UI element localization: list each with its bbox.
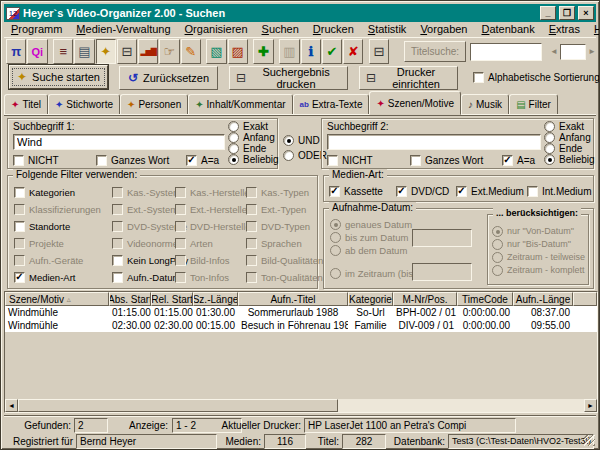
toolbar-medien-button[interactable]: ≡	[53, 39, 73, 64]
suchbegriff2-input[interactable]	[327, 134, 541, 150]
filter-bild-qualitaeten-checkbox[interactable]: Bild-Qualitäten	[246, 254, 323, 266]
menu-item-statistik[interactable]: Statistik	[362, 23, 413, 37]
menu-item-extras[interactable]: Extras	[543, 23, 586, 37]
nur-von-datum-radio[interactable]: nur "Von-Datum"	[492, 225, 574, 237]
toolbar-titel-loeschen-button[interactable]: ✘	[343, 39, 363, 64]
im-zeitraum-radio[interactable]: im Zeitraum (bis:)	[330, 267, 419, 279]
tab-musik[interactable]: ♪Musik	[461, 94, 509, 115]
toolbar-titel-hinzufuegen-button[interactable]: ✚	[253, 39, 273, 64]
column-header-rel-start[interactable]: Rel. Start	[151, 292, 193, 306]
column-header-sz-laenge[interactable]: Sz.-Länge	[193, 292, 238, 306]
filter-medien-art-checkbox[interactable]: Medien-Art	[14, 271, 75, 283]
menu-item-medien-verwaltung[interactable]: Medien-Verwaltung	[70, 23, 176, 37]
horizontal-scrollbar[interactable]: ◄ ►	[5, 399, 597, 412]
filter-arten-checkbox[interactable]: Arten	[175, 237, 213, 249]
tab-extra-texte[interactable]: abExtra-Texte	[293, 94, 370, 115]
toolbar-liste-drucken-button[interactable]: ⊟	[369, 39, 389, 64]
filter-kategorien-checkbox[interactable]: Kategorien	[14, 186, 75, 198]
suchbegriff2-gross-klein-checkbox[interactable]: A=a	[502, 154, 535, 166]
menu-item-drucken[interactable]: Drucken	[307, 23, 360, 37]
filter-ton-qualitaeten-checkbox[interactable]: Ton-Qualitäten	[246, 271, 323, 283]
menu-item-programm[interactable]: Programm	[5, 23, 68, 37]
column-header-szene-motiv[interactable]: Szene/Motiv ▵	[5, 292, 109, 306]
toolbar-quickinfo-button[interactable]: Qi	[27, 39, 47, 64]
filter-aufn-datum-checkbox[interactable]: Aufn.-Datum	[112, 271, 180, 283]
menu-item-organisieren[interactable]: Organisieren	[179, 23, 254, 37]
suchergebnis-drucken-button[interactable]: ⊟ Suchergebnis drucken	[229, 66, 348, 90]
scroll-left-icon[interactable]: ◄	[5, 399, 18, 412]
suchbegriff2-beliebig-radio[interactable]: Beliebig	[544, 153, 595, 165]
pager-value-box[interactable]	[560, 44, 586, 60]
menu-item-hilfe[interactable]: Hilfe	[588, 23, 600, 37]
filter-ext-systeme-checkbox[interactable]: Ext.-Systeme	[112, 203, 184, 215]
column-header-kategorie[interactable]: Kategorie	[348, 292, 393, 306]
titelsuche-button[interactable]: Titelsuche:	[404, 41, 466, 62]
toolbar-drucken-button[interactable]: ⊟	[117, 39, 137, 64]
datum-input[interactable]	[412, 229, 472, 247]
zeitraum-teilweise-radio[interactable]: Zeitraum - teilweise	[492, 251, 585, 263]
title-bar[interactable]: 12 Heyer`s Video-Organizer 2.00 - Suchen…	[4, 4, 596, 22]
pager-prev-icon[interactable]: ◄	[550, 47, 558, 56]
filter-kas-typen-checkbox[interactable]: Kas.-Typen	[246, 186, 309, 198]
toolbar-suchen-button[interactable]: ✦	[96, 39, 116, 64]
ab-dem-datum-radio[interactable]: ab dem Datum	[330, 244, 407, 256]
filter-dvd-typen-checkbox[interactable]: DVD-Typen	[246, 220, 310, 232]
column-header-timecode[interactable]: TimeCode	[457, 292, 513, 306]
tab-szenen-motive[interactable]: ✦Szenen/Motive	[369, 91, 461, 115]
medien-art-kassette-checkbox[interactable]: Kassette	[329, 185, 383, 197]
tab-stichworte[interactable]: ✦Stichworte	[48, 94, 120, 115]
toolbar-statistik-button[interactable]: ▂▅▇	[138, 39, 158, 64]
scroll-right-icon[interactable]: ►	[584, 399, 597, 412]
tab-filter[interactable]: ▤Filter	[509, 94, 558, 115]
column-header-abs-start[interactable]: Abs. Start	[109, 292, 151, 306]
tab-titel[interactable]: ✦Titel	[4, 94, 48, 115]
column-header-m-nr-pos[interactable]: M-Nr/Pos.	[393, 292, 457, 306]
titelsuche-input[interactable]	[470, 43, 542, 61]
filter-ton-infos-checkbox[interactable]: Ton-Infos	[175, 271, 229, 283]
menu-item-suchen[interactable]: Suchen	[256, 23, 305, 37]
toolbar-suche-leeren-button[interactable]: ▧	[206, 39, 226, 64]
toolbar-notizen-button[interactable]: ✎	[181, 39, 201, 64]
filter-aufn-geraete-checkbox[interactable]: Aufn.-Geräte	[14, 254, 83, 266]
suchbegriff2-ganzes-wort-checkbox[interactable]: Ganzes Wort	[410, 154, 483, 166]
toolbar-titel-info-button[interactable]: ℹ	[301, 39, 321, 64]
suchbegriff1-beliebig-radio[interactable]: Beliebig	[228, 153, 279, 165]
column-header-aufn-laenge[interactable]: Aufn.-Länge	[513, 292, 573, 306]
pager-next-icon[interactable]: ►	[588, 47, 596, 56]
bis-zum-datum-radio[interactable]: bis zum Datum	[330, 231, 408, 243]
suche-starten-button[interactable]: ✦ Suche starten	[9, 65, 108, 89]
filter-kas-hersteller-checkbox[interactable]: Kas.-Hersteller	[175, 186, 253, 198]
drucker-einrichten-button[interactable]: ⊟ Drucker einrichten	[359, 66, 458, 90]
resize-grip[interactable]	[584, 435, 595, 446]
medien-art-dvd-cd-checkbox[interactable]: DVD/CD	[396, 185, 449, 197]
tab-inhalt-kommentar[interactable]: ✦Inhalt/Kommentar	[188, 94, 292, 115]
operator-und-radio[interactable]: UND	[283, 134, 320, 146]
suchbegriff1-ganzes-wort-checkbox[interactable]: Ganzes Wort	[96, 154, 169, 166]
filter-dvd-hersteller-checkbox[interactable]: DVD-Hersteller	[175, 220, 254, 232]
close-button[interactable]: ×	[578, 6, 594, 20]
medien-art-ext-medium-checkbox[interactable]: Ext.Medium	[456, 185, 524, 197]
filter-projekte-checkbox[interactable]: Projekte	[14, 237, 64, 249]
toolbar-titel-bestaetigen-button[interactable]: ✔	[322, 39, 342, 64]
nur-bis-datum-radio[interactable]: nur "Bis-Datum"	[492, 238, 571, 250]
result-row[interactable]: Windmühle 01:15.00 01:15.00 01:30.00 Som…	[5, 306, 597, 319]
toolbar-archiv-button[interactable]: ▥	[279, 39, 299, 64]
minimize-button[interactable]: _	[540, 6, 556, 20]
menu-item-datenbank[interactable]: Datenbank	[475, 23, 540, 37]
filter-standorte-checkbox[interactable]: Standorte	[14, 220, 70, 232]
alphabetische-sortierung-checkbox[interactable]: Alphabetische Sortierung	[473, 71, 600, 83]
genaues-datum-radio[interactable]: genaues Datum	[330, 218, 412, 230]
scrollbar-thumb[interactable]	[18, 399, 338, 412]
zeitraum-bis-input[interactable]	[412, 263, 472, 281]
menu-item-vorgaben[interactable]: Vorgaben	[414, 23, 473, 37]
toolbar-filter-leeren-button[interactable]: ▨	[228, 39, 248, 64]
filter-ext-hersteller-checkbox[interactable]: Ext.-Hersteller	[175, 203, 250, 215]
toolbar-organisieren-button[interactable]: ▤	[74, 39, 94, 64]
suchbegriff1-input[interactable]	[13, 134, 225, 150]
suchbegriff1-gross-klein-checkbox[interactable]: A=a	[186, 154, 219, 166]
toolbar-vorgaben-button[interactable]: ☞	[159, 39, 179, 64]
filter-klassifizierungen-checkbox[interactable]: Klassifizierungen	[14, 203, 101, 215]
medien-art-int-medium-checkbox[interactable]: Int.Medium	[527, 185, 591, 197]
tab-personen[interactable]: ✦Personen	[120, 94, 188, 115]
filter-videonormen-checkbox[interactable]: Videonormen	[112, 237, 183, 249]
